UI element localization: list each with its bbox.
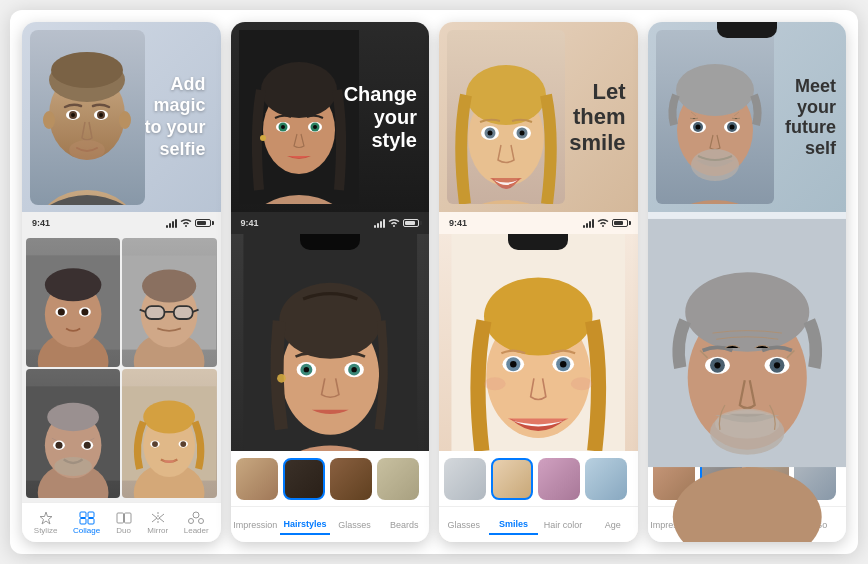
s3-notch	[508, 234, 568, 250]
svg-point-53	[199, 518, 204, 523]
s3-phone-screen: 9:41	[439, 212, 638, 542]
s2-tab-hairstyles[interactable]: Hairstyles	[280, 515, 330, 535]
svg-rect-47	[80, 518, 86, 524]
battery-icon	[195, 219, 211, 227]
tab-collage[interactable]: Collage	[73, 511, 100, 535]
svg-point-118	[773, 362, 779, 368]
filter-thumb-1[interactable]	[236, 458, 278, 500]
s3-tab-smiles[interactable]: Smiles	[489, 515, 539, 535]
s2-notch	[300, 234, 360, 250]
svg-point-36	[54, 457, 92, 476]
s3-main-face	[439, 234, 638, 451]
tab-duo-label: Duo	[116, 526, 131, 535]
svg-point-6	[119, 111, 131, 129]
section-1: Add magic to your selfie 9:41	[22, 22, 221, 542]
s3-filter-thumb-4[interactable]	[585, 458, 627, 500]
svg-point-33	[55, 442, 62, 449]
s3-tab-bar: Glasses Smiles Hair color Age	[439, 506, 638, 542]
svg-point-44	[181, 441, 187, 447]
filter-thumb-4[interactable]	[377, 458, 419, 500]
s2-phone-screen: 9:41	[231, 212, 430, 542]
svg-point-74	[351, 367, 356, 372]
s3-filter-thumb-1[interactable]	[444, 458, 486, 500]
svg-rect-48	[88, 518, 94, 524]
svg-point-85	[520, 131, 525, 136]
svg-point-13	[69, 140, 105, 160]
filter-thumb-2[interactable]	[283, 458, 325, 500]
svg-point-79	[466, 65, 546, 125]
tab-mirror-label: Mirror	[147, 526, 168, 535]
s1-promo-top: Add magic to your selfie	[22, 22, 221, 212]
svg-point-58	[260, 135, 266, 141]
tab-leader[interactable]: Leader	[184, 511, 209, 535]
svg-point-115	[714, 362, 720, 368]
tab-stylize[interactable]: Stylize	[34, 511, 58, 535]
svg-point-110	[672, 467, 821, 542]
s3-tab-haircolor[interactable]: Hair color	[538, 516, 588, 534]
svg-point-21	[81, 308, 88, 315]
grid-face-2	[122, 238, 216, 367]
wifi-icon	[180, 218, 192, 228]
svg-point-89	[484, 277, 593, 355]
s3-tab-glasses[interactable]: Glasses	[439, 516, 489, 534]
tab-mirror[interactable]: Mirror	[147, 511, 168, 535]
s2-signal-icon	[374, 218, 385, 228]
s1-face-grid	[22, 234, 221, 502]
s4-phone-screen: 9:41	[648, 212, 847, 542]
tab-duo[interactable]: Duo	[116, 511, 132, 535]
svg-rect-46	[88, 512, 94, 518]
grid-face-1	[26, 238, 120, 367]
svg-point-9	[71, 113, 75, 117]
svg-point-17	[45, 268, 102, 301]
s4-notch	[717, 22, 777, 38]
s2-tab-impression[interactable]: Impression	[231, 516, 281, 534]
svg-point-40	[143, 401, 195, 434]
s2-filter-row	[231, 451, 430, 506]
svg-point-95	[560, 361, 567, 368]
s3-status-bar: 9:41	[439, 212, 638, 234]
svg-rect-49	[117, 513, 124, 523]
svg-rect-45	[80, 512, 86, 518]
svg-point-120	[714, 408, 779, 438]
s2-tab-beards[interactable]: Beards	[379, 516, 429, 534]
svg-rect-26	[146, 306, 165, 319]
grid-face-4	[122, 369, 216, 498]
s2-promo-top: Change your style	[231, 22, 430, 212]
s3-signal-icon	[583, 218, 594, 228]
s3-filter-thumb-3[interactable]	[538, 458, 580, 500]
s3-filter-thumb-2[interactable]	[491, 458, 533, 500]
svg-point-12	[99, 113, 103, 117]
s2-main-face	[231, 234, 430, 451]
s3-wifi-icon	[597, 218, 609, 228]
s1-status-bar: 9:41	[22, 212, 221, 234]
svg-point-25	[142, 270, 196, 303]
svg-point-4	[51, 52, 123, 88]
svg-point-19	[58, 308, 65, 315]
tab-collage-label: Collage	[73, 526, 100, 535]
svg-point-92	[510, 361, 517, 368]
tab-stylize-label: Stylize	[34, 526, 58, 535]
s2-status-bar: 9:41	[231, 212, 430, 234]
section-2: Change your style 9:41	[231, 22, 430, 542]
s3-battery-icon	[612, 219, 628, 227]
svg-point-57	[261, 62, 337, 118]
svg-point-5	[43, 111, 55, 129]
svg-point-64	[313, 125, 317, 129]
filter-thumb-3[interactable]	[330, 458, 372, 500]
s2-tab-glasses[interactable]: Glasses	[330, 516, 380, 534]
svg-point-97	[571, 377, 593, 390]
s3-tab-age[interactable]: Age	[588, 516, 638, 534]
svg-point-31	[47, 403, 99, 431]
svg-point-61	[281, 125, 285, 129]
svg-point-71	[303, 367, 308, 372]
app-container: Add magic to your selfie 9:41	[10, 10, 858, 554]
s1-tab-bar: Stylize Collage Duo Mirror Leader	[22, 502, 221, 542]
section-4: Meet your future self 9:41	[648, 22, 847, 542]
signal-icon	[166, 218, 177, 228]
s3-filter-row	[439, 451, 638, 506]
grid-face-3	[26, 369, 120, 498]
svg-point-35	[84, 442, 91, 449]
svg-point-75	[277, 374, 286, 383]
s2-battery-icon	[403, 219, 419, 227]
s2-headline: Change your style	[344, 83, 417, 152]
